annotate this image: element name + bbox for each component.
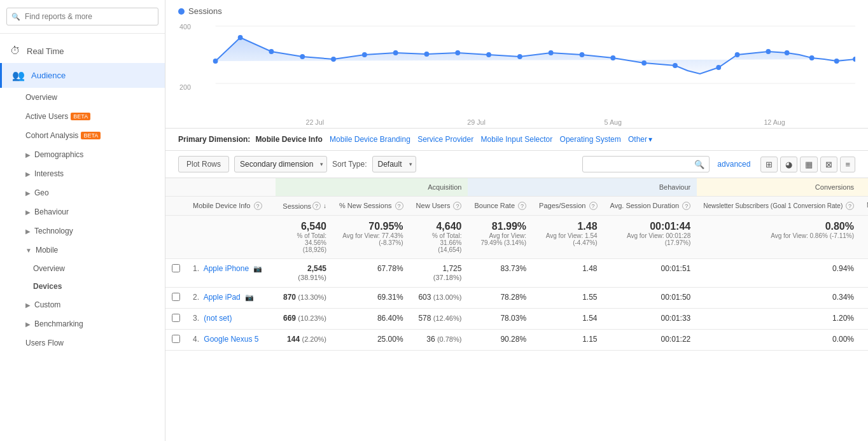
row2-num: 2.	[193, 293, 199, 302]
plot-rows-button[interactable]: Plot Rows	[178, 156, 229, 172]
sidebar-sub-interests[interactable]: ▶ Interests	[0, 164, 165, 183]
th-bounce-rate[interactable]: Bounce Rate ?	[468, 197, 533, 216]
row1-new-subs: 24	[860, 259, 868, 288]
mobile-label: Mobile	[36, 246, 58, 255]
sidebar: 🔍 ⏱ Real Time 👥 Audience Overview Active…	[0, 0, 165, 441]
demographics-arrow-icon: ▶	[25, 151, 31, 158]
th-new-users[interactable]: New Users ?	[410, 197, 468, 216]
sort-type-select[interactable]: Default	[372, 156, 416, 172]
svg-point-4	[213, 59, 218, 64]
row3-device-name[interactable]: (not set)	[204, 314, 232, 323]
th-new-subs-comp[interactable]: New Subs Comp	[860, 197, 868, 216]
th-pages-session[interactable]: Pages/Session ?	[533, 197, 603, 216]
th-empty	[186, 178, 276, 197]
table-row: 1. Apple iPhone 📷 2,545 (38.91%) 67.78% …	[165, 259, 868, 288]
interests-label: Interests	[34, 169, 64, 178]
new-users-help-icon[interactable]: ?	[453, 202, 461, 210]
bounce-help-icon[interactable]: ?	[518, 202, 526, 210]
other-dropdown-icon: ▾	[648, 135, 652, 144]
sort-type-label: Sort Type:	[332, 160, 367, 169]
th-device-info[interactable]: Mobile Device Info ?	[186, 197, 276, 216]
svg-point-26	[853, 57, 855, 62]
dim-link-operating-system[interactable]: Operating System	[560, 135, 621, 144]
row2-pct-new: 69.31%	[333, 288, 410, 309]
table-search-input[interactable]	[582, 156, 710, 172]
search-icon: 🔍	[11, 13, 20, 21]
row1-check[interactable]	[165, 259, 186, 288]
dim-link-mobile-input[interactable]: Mobile Input Selector	[481, 135, 553, 144]
sidebar-sub-active-users[interactable]: Active Users BETA	[0, 107, 165, 126]
sidebar-item-audience[interactable]: 👥 Audience	[0, 63, 165, 88]
row4-check[interactable]	[165, 330, 186, 351]
th-pct-new-sessions[interactable]: % New Sessions ?	[333, 197, 410, 216]
th-acquisition: Acquisition	[276, 178, 468, 197]
row4-device-name[interactable]: Google Nexus 5	[204, 335, 258, 344]
pivot-view-button[interactable]: ⊠	[820, 157, 837, 172]
sidebar-sub-mobile-devices[interactable]: Devices	[0, 277, 165, 295]
row4-checkbox[interactable]	[172, 335, 180, 343]
row3-checkbox[interactable]	[172, 314, 180, 322]
sidebar-sub-users-flow[interactable]: Users Flow	[0, 333, 165, 353]
sidebar-sub-mobile[interactable]: ▼ Mobile	[0, 241, 165, 260]
th-sessions[interactable]: Sessions ? ↓	[276, 197, 333, 216]
row1-checkbox[interactable]	[172, 264, 180, 272]
svg-point-15	[549, 50, 554, 55]
mobile-overview-label: Overview	[33, 264, 65, 273]
row2-avg-dur: 00:01:50	[604, 288, 697, 309]
avg-dur-help-icon[interactable]: ?	[682, 202, 690, 210]
sidebar-sub-technology[interactable]: ▶ Technology	[0, 221, 165, 241]
compare-view-button[interactable]: ≡	[840, 157, 855, 172]
row2-device-name[interactable]: Apple iPad	[204, 293, 241, 302]
dim-separator-1	[325, 135, 327, 144]
sidebar-sub-mobile-overview[interactable]: Overview	[0, 260, 165, 277]
th-conversions: Conversions	[697, 178, 860, 197]
behaviour-label: Behaviour	[34, 207, 69, 216]
nl-subs-help-icon[interactable]: ?	[846, 202, 854, 210]
sidebar-sub-demographics[interactable]: ▶ Demographics	[0, 145, 165, 164]
sidebar-sub-cohort[interactable]: Cohort Analysis BETA	[0, 126, 165, 145]
th-nl-subs[interactable]: Newsletter Subscribers (Goal 1 Conversio…	[697, 197, 860, 216]
sessions-help-icon[interactable]: ?	[312, 202, 321, 210]
svg-point-14	[517, 54, 522, 59]
pct-new-help-icon[interactable]: ?	[395, 202, 403, 210]
pie-view-button[interactable]: ◕	[780, 157, 797, 172]
subtotal-row: 6,540 % of Total: 34.56% (18,926) 70.95%…	[165, 216, 868, 259]
row2-checkbox[interactable]	[172, 293, 180, 301]
row4-new-users: 36 (0.78%)	[410, 330, 468, 351]
device-info-help-icon[interactable]: ?	[254, 202, 262, 210]
th-avg-duration[interactable]: Avg. Session Duration ?	[604, 197, 697, 216]
users-flow-label: Users Flow	[25, 339, 64, 347]
dim-link-service-provider[interactable]: Service Provider	[417, 135, 473, 144]
sidebar-item-realtime[interactable]: ⏱ Real Time	[0, 39, 165, 63]
sidebar-sub-custom[interactable]: ▶ Custom	[0, 295, 165, 314]
dim-link-branding[interactable]: Mobile Device Branding	[330, 135, 410, 144]
row3-num: 3.	[193, 314, 199, 323]
row1-device-name[interactable]: Apple iPhone	[204, 264, 249, 273]
table-view-button[interactable]: ⊞	[760, 157, 778, 172]
search-bar: 🔍	[0, 0, 165, 34]
svg-point-13	[486, 52, 491, 57]
row2-pages: 1.55	[533, 288, 603, 309]
sidebar-sub-benchmarking[interactable]: ▶ Benchmarking	[0, 314, 165, 333]
bar-view-button[interactable]: ▦	[800, 157, 818, 172]
row1-nl-subs: 0.94%	[697, 259, 860, 288]
dim-link-mobile-device-info[interactable]: Mobile Device Info	[255, 135, 322, 144]
row2-check[interactable]	[165, 288, 186, 309]
benchmarking-arrow-icon: ▶	[25, 321, 31, 328]
secondary-dim-select[interactable]: Secondary dimension	[234, 156, 327, 172]
audience-icon: 👥	[12, 69, 25, 81]
sidebar-sub-geo[interactable]: ▶ Geo	[0, 183, 165, 202]
subtotal-pct-new: 70.95% Avg for View: 77.43% (-8.37%)	[333, 216, 410, 259]
subtotal-bounce: 81.99% Avg for View: 79.49% (3.14%)	[468, 216, 533, 259]
sidebar-sub-behaviour[interactable]: ▶ Behaviour	[0, 202, 165, 221]
th-checkbox	[165, 178, 186, 197]
sidebar-sub-overview[interactable]: Overview	[0, 88, 165, 107]
svg-text:400: 400	[179, 23, 191, 31]
dim-link-other[interactable]: Other ▾	[628, 135, 652, 144]
technology-label: Technology	[34, 227, 73, 235]
pages-help-icon[interactable]: ?	[589, 202, 598, 210]
row3-check[interactable]	[165, 309, 186, 330]
advanced-link[interactable]: advanced	[717, 160, 750, 169]
row1-device: 1. Apple iPhone 📷	[186, 259, 276, 288]
search-input[interactable]	[6, 8, 158, 25]
